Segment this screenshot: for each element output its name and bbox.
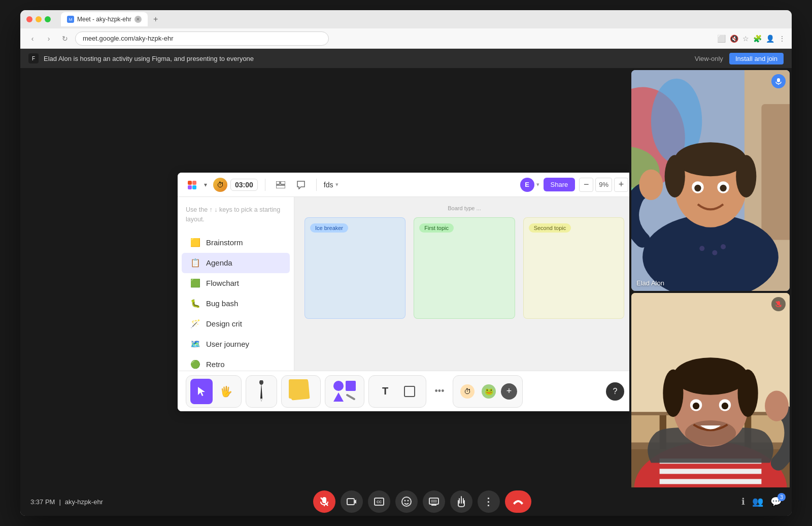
svg-text:🐸: 🐸 bbox=[485, 387, 494, 396]
shape-button[interactable] bbox=[329, 379, 360, 404]
address-input[interactable] bbox=[75, 31, 329, 46]
captions-button[interactable]: CC bbox=[368, 490, 390, 513]
file-name-chevron: ▾ bbox=[335, 181, 339, 188]
sticky-note-button[interactable] bbox=[286, 379, 316, 404]
cast-icon[interactable]: ⬜ bbox=[717, 35, 726, 43]
forward-button[interactable]: › bbox=[43, 32, 55, 45]
pen-tool-button[interactable] bbox=[250, 379, 273, 404]
figma-menu-chevron[interactable]: ▾ bbox=[204, 181, 207, 188]
frame-tool-button[interactable] bbox=[398, 379, 421, 404]
widget-timer-icon[interactable]: ⏱ bbox=[458, 382, 477, 401]
agenda-icon: 📋 bbox=[190, 257, 201, 269]
svg-rect-31 bbox=[645, 172, 653, 191]
file-name-text: fds bbox=[324, 181, 333, 189]
more-icon: ••• bbox=[435, 386, 445, 397]
elad-video-label: Elad Alon bbox=[636, 279, 664, 287]
sidebar-item-agenda[interactable]: 📋 Agenda bbox=[182, 253, 290, 273]
camera-button[interactable] bbox=[341, 490, 363, 513]
svg-text:CC: CC bbox=[377, 500, 382, 504]
svg-point-34 bbox=[721, 244, 726, 249]
active-tab[interactable]: M Meet - aky-hzpk-ehr ✕ bbox=[61, 12, 148, 26]
tab-title: Meet - aky-hzpk-ehr bbox=[77, 16, 131, 23]
zoom-value[interactable]: 9% bbox=[595, 178, 612, 192]
main-content: ▾ ⏱ 03:00 bbox=[20, 68, 792, 516]
sidebar-item-agenda-label: Agenda bbox=[206, 258, 232, 267]
menu-icon[interactable]: ⋮ bbox=[779, 35, 786, 43]
francois-video-feed bbox=[631, 293, 790, 514]
add-widget-button[interactable]: + bbox=[501, 383, 517, 400]
pen-tool-group bbox=[246, 375, 277, 408]
current-time: 3:37 PM bbox=[30, 498, 55, 506]
timer-display[interactable]: 03:00 bbox=[230, 179, 258, 191]
svg-rect-4 bbox=[276, 181, 280, 184]
elad-video-feed bbox=[631, 70, 790, 291]
zoom-out-button[interactable]: − bbox=[579, 178, 593, 192]
francois-mute-indicator bbox=[771, 297, 786, 311]
activities-button[interactable] bbox=[450, 490, 472, 513]
profile-icon[interactable]: 👤 bbox=[766, 35, 774, 43]
more-tools-button[interactable]: ••• bbox=[430, 379, 449, 404]
bookmark-icon[interactable]: ☆ bbox=[742, 35, 749, 43]
tab-close-button[interactable]: ✕ bbox=[134, 16, 142, 23]
svg-rect-69 bbox=[347, 499, 354, 505]
help-button[interactable]: ? bbox=[606, 382, 624, 401]
figma-body: Use the ↑ ↓ keys to pick a starting layo… bbox=[178, 197, 634, 371]
sidebar-item-design-crit[interactable]: 🪄 Design crit bbox=[182, 314, 290, 334]
file-name-button[interactable]: fds ▾ bbox=[324, 181, 339, 189]
widget-frog-icon[interactable]: 🐸 bbox=[480, 382, 498, 401]
figma-logo-button[interactable] bbox=[184, 177, 200, 193]
sidebar-item-brainstorm[interactable]: 🟨 Brainstorm bbox=[182, 233, 290, 253]
install-join-button[interactable]: Install and join bbox=[729, 53, 784, 64]
new-tab-button[interactable]: + bbox=[150, 13, 162, 25]
bug-bash-icon: 🐛 bbox=[190, 298, 201, 309]
end-call-button[interactable] bbox=[505, 490, 531, 513]
view-only-button[interactable]: View-only bbox=[695, 55, 723, 62]
sidebar-item-retro[interactable]: 🟢 Retro bbox=[182, 354, 290, 371]
sidebar-item-flowchart[interactable]: 🟩 Flowchart bbox=[182, 273, 290, 293]
info-button[interactable]: ℹ bbox=[741, 496, 745, 507]
mic-button[interactable] bbox=[313, 490, 335, 513]
figma-canvas[interactable]: Board type ... Ice breaker First topic S… bbox=[294, 197, 634, 371]
ice-breaker-column: Ice breaker bbox=[304, 217, 405, 319]
share-button[interactable]: Share bbox=[544, 178, 576, 191]
people-button[interactable]: 👥 bbox=[752, 496, 763, 507]
zoom-in-button[interactable]: + bbox=[614, 178, 628, 192]
more-dots-icon: ⋮ bbox=[483, 496, 494, 508]
minimize-window-button[interactable] bbox=[36, 16, 42, 22]
sidebar-item-user-journey-label: User journey bbox=[206, 340, 249, 348]
svg-rect-51 bbox=[660, 479, 762, 484]
more-options-button[interactable]: ⋮ bbox=[478, 490, 500, 513]
user-avatar: E bbox=[520, 178, 534, 192]
user-chevron[interactable]: ▾ bbox=[536, 181, 539, 188]
sidebar-item-user-journey[interactable]: 🗺️ User journey bbox=[182, 334, 290, 354]
sidebar-item-retro-label: Retro bbox=[206, 360, 225, 369]
back-button[interactable]: ‹ bbox=[26, 32, 39, 45]
refresh-button[interactable]: ↻ bbox=[59, 32, 71, 45]
emoji-button[interactable] bbox=[395, 490, 418, 513]
sidebar-item-bug-bash-label: Bug bash bbox=[206, 299, 238, 308]
francois-video-indicator bbox=[771, 297, 786, 311]
view-toggle-button[interactable] bbox=[273, 177, 289, 193]
extensions-icon[interactable]: 🧩 bbox=[753, 35, 762, 43]
close-window-button[interactable] bbox=[26, 16, 32, 22]
sidebar-hint: Use the ↑ ↓ keys to pick a starting layo… bbox=[178, 205, 294, 233]
maximize-window-button[interactable] bbox=[45, 16, 51, 22]
sidebar-item-bug-bash[interactable]: 🐛 Bug bash bbox=[182, 293, 290, 314]
mute-site-icon[interactable]: 🔇 bbox=[730, 35, 738, 43]
svg-rect-76 bbox=[431, 500, 437, 503]
figma-bottom-toolbar: 🖐 bbox=[178, 371, 634, 411]
present-button[interactable] bbox=[423, 490, 445, 513]
user-section: E ▾ bbox=[520, 178, 539, 192]
ice-breaker-header: Ice breaker bbox=[310, 223, 348, 233]
cursor-tool-button[interactable] bbox=[190, 379, 213, 404]
svg-point-72 bbox=[402, 497, 411, 506]
text-tool-button[interactable]: T bbox=[374, 379, 396, 404]
comment-button[interactable] bbox=[293, 177, 309, 193]
hand-tool-button[interactable]: 🖐 bbox=[215, 379, 237, 404]
chat-button[interactable]: 💬 bbox=[770, 496, 782, 507]
svg-point-56 bbox=[738, 370, 758, 417]
svg-rect-50 bbox=[660, 469, 762, 474]
notification-bar: F Elad Alon is hosting an activity using… bbox=[20, 49, 792, 68]
video-panels: Elad Alon bbox=[629, 68, 792, 516]
video-panel-francois: Francois bbox=[631, 293, 790, 514]
